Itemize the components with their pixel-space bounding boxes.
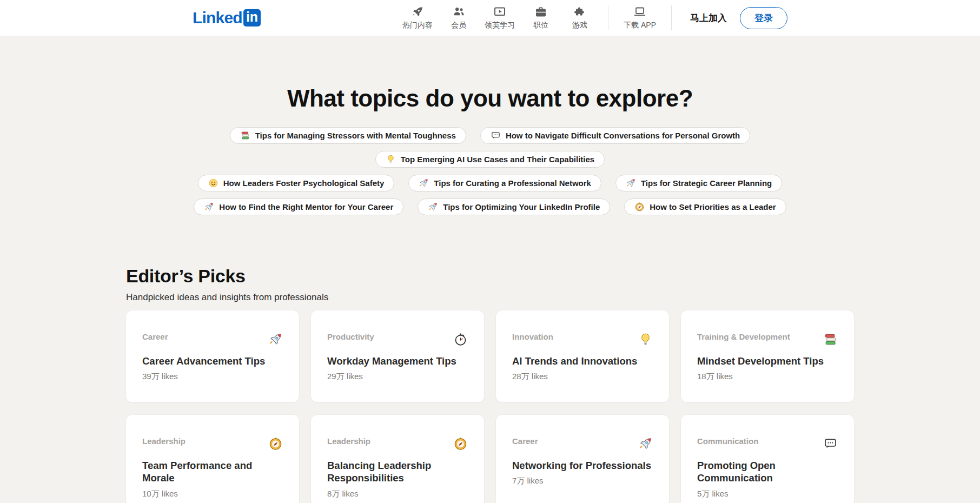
nav-divider xyxy=(608,5,608,30)
card-category: Career xyxy=(512,436,538,446)
card-likes: 7万 likes xyxy=(512,476,653,486)
topic-pill[interactable]: How to Navigate Difficult Conversations … xyxy=(480,127,750,144)
nav-item-membership[interactable]: 会员 xyxy=(446,5,472,30)
smiley-icon xyxy=(208,178,218,188)
briefcase-icon xyxy=(534,5,547,18)
card-category: Innovation xyxy=(512,332,553,341)
nav-item-learning[interactable]: 领英学习 xyxy=(485,5,515,30)
card-title: Career Advancement Tips xyxy=(142,355,283,367)
topic-pill-row: How to Find the Right Mentor for Your Ca… xyxy=(0,198,980,215)
card-likes: 8万 likes xyxy=(327,489,468,499)
speech-bubble-icon xyxy=(491,130,501,141)
laptop-icon xyxy=(633,5,646,18)
editor-pick-card[interactable]: ProductivityWorkday Management Tips29万 l… xyxy=(311,310,484,402)
card-likes: 28万 likes xyxy=(512,372,653,382)
login-button[interactable]: 登录 xyxy=(740,7,787,29)
linkedin-logo-in-badge: in xyxy=(243,9,261,27)
card-title: Workday Management Tips xyxy=(327,355,468,367)
editor-pick-card[interactable]: CommunicationPromoting Open Communicatio… xyxy=(681,415,854,503)
card-title: AI Trends and Innovations xyxy=(512,355,653,367)
topic-pill[interactable]: Tips for Strategic Career Planning xyxy=(615,175,782,191)
card-header: Leadership xyxy=(327,436,468,451)
editor-pick-card[interactable]: Training & DevelopmentMindset Developmen… xyxy=(681,310,854,402)
card-category: Career xyxy=(142,332,168,341)
editor-pick-card[interactable]: LeadershipTeam Performance and Morale10万… xyxy=(126,415,299,503)
nav-item-label: 游戏 xyxy=(572,21,587,30)
card-title: Networking for Professionals xyxy=(512,459,653,472)
rocket-mono-icon xyxy=(411,5,424,18)
card-title: Promoting Open Communication xyxy=(697,459,838,485)
card-category: Leadership xyxy=(327,436,370,446)
card-header: Innovation xyxy=(512,332,653,347)
rocket-color-icon xyxy=(419,178,429,188)
nav-divider xyxy=(671,5,672,30)
topic-pill-label: How Leaders Foster Psychological Safety xyxy=(223,178,385,188)
header-container: Linked in 热门内容会员领英学习职位游戏下载 APP 马上加入 登录 xyxy=(193,0,787,36)
card-category: Training & Development xyxy=(697,332,790,341)
editors-picks-grid: CareerCareer Advancement Tips39万 likesPr… xyxy=(126,310,854,503)
stopwatch-icon xyxy=(453,332,468,347)
nav-item-label: 下载 APP xyxy=(624,21,656,30)
learning-icon xyxy=(493,5,506,18)
nav-item-trending[interactable]: 热门内容 xyxy=(402,5,433,30)
linkedin-logo-wordmark: Linked xyxy=(193,9,242,27)
top-header: Linked in 热门内容会员领英学习职位游戏下载 APP 马上加入 登录 xyxy=(0,0,980,36)
puzzle-icon xyxy=(573,5,586,18)
topic-pill[interactable]: Tips for Managing Stressors with Mental … xyxy=(230,127,466,144)
editor-pick-card[interactable]: CareerCareer Advancement Tips39万 likes xyxy=(126,310,299,402)
card-title: Mindset Development Tips xyxy=(697,355,838,367)
nav-item-label: 热门内容 xyxy=(402,21,433,30)
topic-pill[interactable]: How to Set Priorities as a Leader xyxy=(624,198,786,215)
lightbulb-icon xyxy=(638,332,653,347)
books-icon xyxy=(823,332,838,347)
rocket-color-icon xyxy=(626,178,636,188)
topic-pill[interactable]: How to Find the Right Mentor for Your Ca… xyxy=(194,198,403,215)
nav-item-games[interactable]: 游戏 xyxy=(567,5,593,30)
topic-pill-label: How to Find the Right Mentor for Your Ca… xyxy=(219,202,393,211)
rocket-color-icon xyxy=(428,202,438,212)
linkedin-logo[interactable]: Linked in xyxy=(193,9,261,27)
nav-item-label: 职位 xyxy=(533,21,548,30)
topic-pill-label: How to Navigate Difficult Conversations … xyxy=(506,131,740,140)
topic-pill-label: Tips for Curating a Professional Network xyxy=(434,178,591,188)
topic-pill-group: Tips for Managing Stressors with Mental … xyxy=(0,127,980,215)
card-likes: 10万 likes xyxy=(142,489,283,499)
card-title: Balancing Leadership Responsibilities xyxy=(327,459,468,485)
card-likes: 39万 likes xyxy=(142,372,283,382)
topic-pill-row: How Leaders Foster Psychological SafetyT… xyxy=(0,175,980,191)
card-title: Team Performance and Morale xyxy=(142,459,283,485)
card-likes: 29万 likes xyxy=(327,372,468,382)
card-likes: 18万 likes xyxy=(697,372,838,382)
card-category: Productivity xyxy=(327,332,374,341)
topic-pill[interactable]: How Leaders Foster Psychological Safety xyxy=(198,175,395,191)
rocket-color-icon xyxy=(638,436,653,451)
nav-item-jobs[interactable]: 职位 xyxy=(528,5,554,30)
hero-title: What topics do you want to explore? xyxy=(0,85,980,112)
editors-picks-section: Editor’s Picks Handpicked ideas and insi… xyxy=(126,222,854,503)
rocket-color-icon xyxy=(268,332,283,347)
card-header: Communication xyxy=(697,436,838,451)
compass-icon xyxy=(453,436,468,451)
books-icon xyxy=(240,130,250,141)
topic-pill-label: Tips for Strategic Career Planning xyxy=(641,178,772,188)
main-content: What topics do you want to explore? Tips… xyxy=(0,36,980,503)
editor-pick-card[interactable]: CareerNetworking for Professionals7万 lik… xyxy=(496,415,669,503)
topic-pill[interactable]: Tips for Optimizing Your LinkedIn Profil… xyxy=(418,198,610,215)
card-header: Training & Development xyxy=(697,332,838,347)
join-now-link[interactable]: 马上加入 xyxy=(690,12,727,24)
topic-pill[interactable]: Tips for Curating a Professional Network xyxy=(408,175,601,191)
card-category: Communication xyxy=(697,436,758,446)
editor-pick-card[interactable]: InnovationAI Trends and Innovations28万 l… xyxy=(496,310,669,402)
compass-icon xyxy=(634,202,645,212)
topic-pill-label: How to Set Priorities as a Leader xyxy=(650,202,776,211)
people-icon xyxy=(452,5,465,18)
topic-pill[interactable]: Top Emerging AI Use Cases and Their Capa… xyxy=(375,151,605,168)
card-header: Career xyxy=(142,332,283,347)
editor-pick-card[interactable]: LeadershipBalancing Leadership Responsib… xyxy=(311,415,484,503)
card-header: Career xyxy=(512,436,653,451)
rocket-color-icon xyxy=(204,202,214,212)
topic-pill-label: Tips for Optimizing Your LinkedIn Profil… xyxy=(443,202,600,211)
speech-bubble-icon xyxy=(823,436,838,451)
card-likes: 5万 likes xyxy=(697,489,838,499)
nav-item-download-app[interactable]: 下载 APP xyxy=(624,5,656,30)
